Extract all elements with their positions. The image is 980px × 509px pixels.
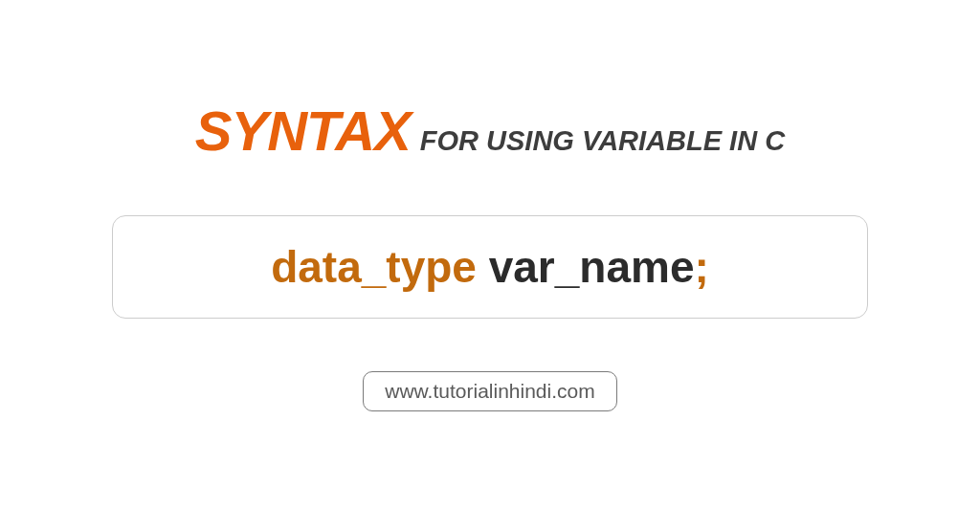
title-highlight: SYNTAX — [195, 99, 411, 163]
title-rest: FOR USING VARIABLE IN C — [420, 125, 785, 157]
syntax-code-box: data_type var_name; — [112, 215, 868, 319]
code-semicolon: ; — [695, 242, 709, 292]
source-url-box: www.tutorialinhindi.com — [363, 371, 616, 411]
page-title: SYNTAX FOR USING VARIABLE IN C — [195, 99, 785, 163]
code-varname: var_name — [477, 242, 695, 292]
source-url: www.tutorialinhindi.com — [385, 380, 594, 402]
code-line: data_type var_name; — [142, 241, 838, 293]
code-datatype: data_type — [271, 242, 477, 292]
